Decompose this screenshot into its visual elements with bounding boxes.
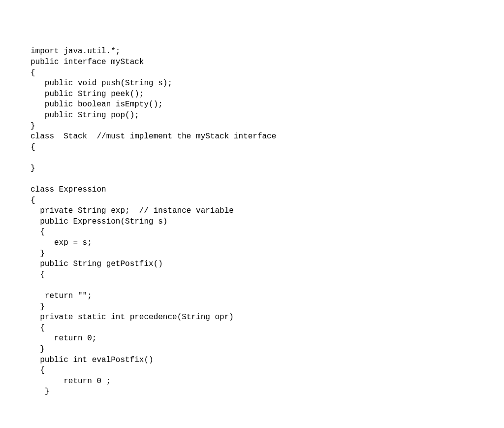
code-content: import java.util.*; public interface myS… (31, 47, 290, 428)
code-block: import java.util.*; public interface myS… (31, 46, 504, 428)
